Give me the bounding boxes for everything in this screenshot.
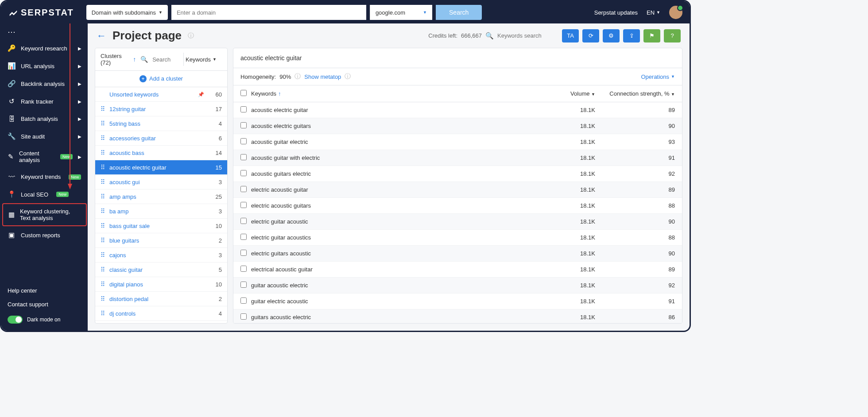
sidebar-item[interactable]: 📊 URL analysis ▶ xyxy=(1,57,88,75)
strength-col-header[interactable]: Connection strength, % ▼ xyxy=(595,90,675,97)
cluster-row[interactable]: ⠿ classic guitar 5 xyxy=(95,263,227,277)
updates-link[interactable]: Serpstat updates xyxy=(594,9,638,16)
page-title: Project page xyxy=(112,29,182,42)
sidebar-item[interactable]: 🔧 Site audit ▶ xyxy=(1,127,88,145)
question-icon: ? xyxy=(670,32,674,39)
cluster-row[interactable]: ⠿ distortion pedal 2 xyxy=(95,292,227,306)
sort-asc-icon: ↑ xyxy=(278,90,281,97)
row-checkbox[interactable] xyxy=(240,234,247,240)
avatar[interactable] xyxy=(669,6,682,19)
cluster-row[interactable]: ⠿ amp amps 25 xyxy=(95,189,227,204)
row-checkbox[interactable] xyxy=(240,282,247,288)
language-select[interactable]: EN ▼ xyxy=(647,9,660,16)
help-button[interactable]: ? xyxy=(664,29,681,42)
row-checkbox[interactable] xyxy=(240,202,247,208)
keyword-cell: acoustic guitar with electric xyxy=(251,154,542,161)
sidebar-item[interactable]: ✎ Content analysis New ▶ xyxy=(1,145,88,168)
sidebar-item[interactable]: 〰 Keyword trends New xyxy=(1,168,88,185)
keyword-cell: electric guitar acoustics xyxy=(251,234,542,241)
keyword-cell: guitar electric acoustic xyxy=(251,298,542,305)
cluster-row[interactable]: ⠿ 5string bass 4 xyxy=(95,116,227,131)
volume-cell: 18.1K xyxy=(542,314,595,320)
row-checkbox[interactable] xyxy=(240,154,247,160)
back-arrow-icon[interactable]: ← xyxy=(97,30,106,42)
row-checkbox[interactable] xyxy=(240,186,247,192)
cluster-name: acoustic bass xyxy=(109,150,204,156)
chevron-down-icon: ▼ xyxy=(159,10,163,15)
show-metatop-link[interactable]: Show metatop xyxy=(304,73,341,80)
domain-input[interactable] xyxy=(171,5,366,20)
cluster-count: 15 xyxy=(209,164,222,171)
sidebar-item[interactable]: ▣ Custom reports xyxy=(1,226,88,244)
grip-icon: ⠿ xyxy=(101,295,105,302)
settings-button[interactable]: ⚙ xyxy=(603,29,620,42)
cluster-name: 12string guitar xyxy=(109,106,204,112)
search-icon[interactable]: 🔍 xyxy=(485,32,494,40)
row-checkbox[interactable] xyxy=(240,313,247,320)
sidebar-item[interactable]: 🔑 Keyword research ▶ xyxy=(1,39,88,57)
cluster-row[interactable]: ⠿ dj controls 4 xyxy=(95,306,227,321)
keywords-search-input[interactable] xyxy=(497,32,550,39)
export-button[interactable]: ⇪ xyxy=(623,29,640,42)
new-badge: New xyxy=(60,154,73,159)
refresh-button[interactable]: ⟳ xyxy=(582,29,599,42)
select-all-checkbox[interactable] xyxy=(240,90,247,96)
chevron-down-icon: ▼ xyxy=(423,10,427,15)
sidebar-item[interactable]: ▦ Keyword clustering, Text analysis xyxy=(2,203,87,226)
volume-cell: 18.1K xyxy=(542,202,595,209)
cluster-row[interactable]: ⠿ blue guitars 2 xyxy=(95,233,227,248)
search-engine-label: google.com xyxy=(376,9,405,16)
row-checkbox[interactable] xyxy=(240,250,247,256)
strength-cell: 90 xyxy=(595,250,675,257)
sidebar-item[interactable]: 🔗 Backlink analysis ▶ xyxy=(1,75,88,93)
chevron-right-icon: ▶ xyxy=(78,134,81,139)
cluster-row[interactable]: ⠿ ba amp 3 xyxy=(95,204,227,219)
ta-button[interactable]: TA xyxy=(562,29,579,42)
strength-cell: 89 xyxy=(595,266,675,273)
row-checkbox[interactable] xyxy=(240,122,247,128)
domain-mode-select[interactable]: Domain with subdomains ▼ xyxy=(86,5,168,20)
cluster-row[interactable]: ⠿ 12string guitar 17 xyxy=(95,102,227,116)
chevron-down-icon: ▼ xyxy=(671,74,675,79)
dark-mode-toggle[interactable] xyxy=(8,316,23,324)
operations-dropdown[interactable]: Operations ▼ xyxy=(641,73,675,80)
volume-col-header[interactable]: Volume ▼ xyxy=(542,90,595,97)
cluster-search-input[interactable] xyxy=(152,56,179,63)
cluster-row[interactable]: ⠿ digital pianos 10 xyxy=(95,277,227,292)
keyword-row: acoustic electric guitars 18.1K 90 xyxy=(233,118,682,134)
cluster-row[interactable]: ⠿ cajons 3 xyxy=(95,248,227,263)
search-button[interactable]: Search xyxy=(436,5,482,20)
row-checkbox[interactable] xyxy=(240,138,247,144)
row-checkbox[interactable] xyxy=(240,297,247,304)
add-cluster-button[interactable]: +Add a cluster xyxy=(95,71,227,87)
page-header: ← Project page ⓘ Credits left: 666,667 🔍… xyxy=(88,23,690,48)
logo[interactable]: SERPSTAT xyxy=(8,8,74,18)
keywords-column-header[interactable]: Keywords ▼ xyxy=(183,53,222,66)
sidebar-item[interactable]: 🗄 Batch analysis ▶ xyxy=(1,110,88,127)
row-checkbox[interactable] xyxy=(240,266,247,272)
nav-label: Keyword trends xyxy=(21,174,61,180)
row-checkbox[interactable] xyxy=(240,218,247,224)
cluster-row[interactable]: ⠿ accessories guitar 6 xyxy=(95,131,227,146)
cluster-row[interactable]: ⠿ bass guitar sale 10 xyxy=(95,219,227,233)
info-icon[interactable]: ⓘ xyxy=(294,73,301,81)
feedback-button[interactable]: ⚑ xyxy=(643,29,660,42)
search-engine-select[interactable]: google.com ▼ xyxy=(370,5,432,20)
keyword-cell: acoustic electric guitar xyxy=(251,107,542,113)
cluster-row[interactable]: ⠿ acoustic gui 3 xyxy=(95,175,227,189)
sidebar-item[interactable]: 📍 Local SEO New xyxy=(1,185,88,203)
keywords-col-header[interactable]: Keywords ↑ xyxy=(251,90,542,97)
sidebar-item[interactable]: ↺ Rank tracker ▶ xyxy=(1,93,88,110)
contact-support-link[interactable]: Contact support xyxy=(8,297,81,311)
cluster-count: 5 xyxy=(209,266,222,273)
cluster-row-unsorted[interactable]: ⠿ Unsorted keywords 📌 60 xyxy=(95,87,227,102)
info-icon[interactable]: ⓘ xyxy=(188,32,194,40)
clusters-title[interactable]: Clusters (72) xyxy=(101,53,128,66)
info-icon[interactable]: ⓘ xyxy=(345,73,351,81)
row-checkbox[interactable] xyxy=(240,106,247,112)
sort-asc-icon[interactable]: ↑ xyxy=(133,56,136,63)
cluster-row[interactable]: ⠿ acoustic bass 14 xyxy=(95,146,227,160)
row-checkbox[interactable] xyxy=(240,170,247,176)
help-center-link[interactable]: Help center xyxy=(8,284,81,297)
cluster-row[interactable]: ⠿ acoustic electric guitar 15 xyxy=(95,160,227,175)
